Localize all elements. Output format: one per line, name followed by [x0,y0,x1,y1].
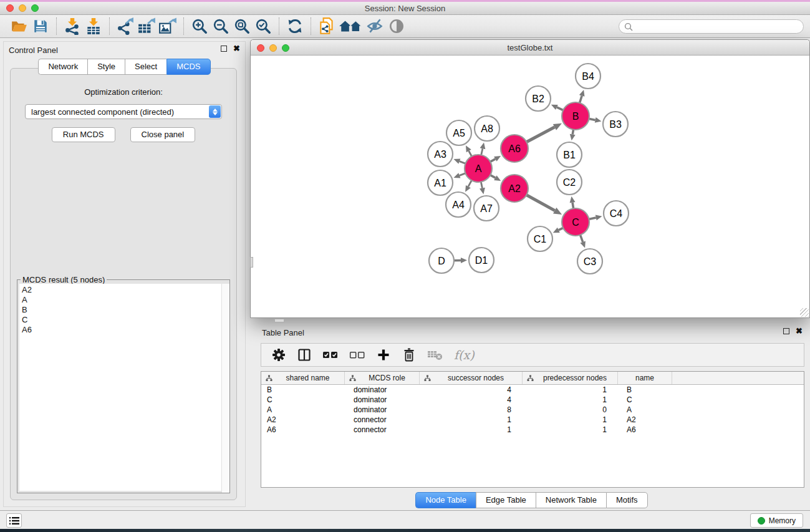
table-cell[interactable]: C [261,395,345,405]
table-row[interactable]: A6connector11A6 [261,425,804,435]
desktop-background [0,529,810,532]
network-graph[interactable]: B4B2BB3A5A8A6B1A3AC2A1A2A4A7CC4C1C3DD1 [251,56,809,317]
table-cell[interactable]: A6 [261,425,345,435]
show-panels-button[interactable] [6,513,22,528]
table-cell[interactable]: A2 [618,415,672,425]
close-panel-icon[interactable]: ✖ [233,45,240,52]
first-neighbors-button[interactable] [337,17,365,36]
add-column-button[interactable] [376,346,391,364]
table-cell[interactable]: 4 [420,385,523,395]
table-cell[interactable]: 1 [420,415,523,425]
column-header-predecessor-nodes[interactable]: predecessor nodes [523,372,618,384]
search-field[interactable] [619,19,804,34]
deselect-all-button[interactable] [349,346,365,364]
select-all-button[interactable] [322,346,339,364]
duplicate-network-button[interactable] [316,17,337,36]
node-label: B4 [582,71,594,82]
table-cell[interactable]: 1 [523,385,618,395]
close-panel-button[interactable]: Close panel [130,127,196,142]
delete-table-button[interactable] [427,346,443,364]
float-panel-icon[interactable] [221,46,227,52]
table-cell[interactable]: 4 [420,395,523,405]
resize-grip[interactable] [800,308,809,317]
table-cell[interactable]: connector [345,425,420,435]
search-input[interactable] [636,22,803,31]
table-row[interactable]: Adominator80A [261,405,804,415]
tab-select[interactable]: Select [125,59,166,75]
table-cell[interactable]: 0 [523,405,618,415]
tab-style[interactable]: Style [87,59,125,75]
table-cell[interactable]: 1 [523,395,618,405]
export-table-button[interactable] [136,17,157,36]
result-list-item[interactable]: C [22,315,225,325]
open-session-button[interactable] [9,17,30,36]
table-cell[interactable]: 1 [523,425,618,435]
zoom-out-button[interactable] [210,17,231,36]
mcds-result-list[interactable]: A2ABCA6 [19,284,228,491]
table-row[interactable]: Bdominator41B [261,385,804,395]
table-cell[interactable]: B [618,385,672,395]
table-panel-header: Table Panel ✖ [253,324,810,338]
tab-network-table[interactable]: Network Table [536,492,606,508]
table-cell[interactable]: A [618,405,672,415]
edge-arrowhead [454,158,461,163]
result-list-item[interactable]: A2 [22,285,225,295]
table-cell[interactable]: 1 [523,415,618,425]
gear-button[interactable] [271,346,286,364]
refresh-button[interactable] [284,17,306,36]
network-canvas[interactable]: B4B2BB3A5A8A6B1A3AC2A1A2A4A7CC4C1C3DD1 [251,56,809,317]
tab-edge-table[interactable]: Edge Table [476,492,536,508]
hide-selected-button[interactable] [365,17,386,36]
run-mcds-button[interactable]: Run MCDS [52,127,115,142]
import-table-button[interactable] [83,17,104,36]
table-cell[interactable]: A2 [261,415,345,425]
result-list-item[interactable]: A6 [22,325,225,335]
column-header-name[interactable]: name [618,372,672,384]
node-table[interactable]: shared nameMCDS rolesuccessor nodesprede… [261,371,804,488]
zoom-in-button[interactable] [189,17,210,36]
table-cell[interactable]: C [618,395,672,405]
table-row[interactable]: A2connector11A2 [261,415,804,425]
table-row[interactable]: Cdominator41C [261,395,804,405]
export-image-button[interactable] [157,17,178,36]
memory-button[interactable]: Memory [750,513,803,528]
zoom-selected-button[interactable] [253,17,274,36]
column-header-shared-name[interactable]: shared name [261,372,345,384]
export-network-button[interactable] [115,17,136,36]
tab-network[interactable]: Network [38,59,87,75]
table-cell[interactable]: dominator [345,385,420,395]
column-header-MCDS-role[interactable]: MCDS role [345,372,420,384]
table-cell[interactable]: connector [345,415,420,425]
main-toolbar [0,15,810,38]
column-header-successor-nodes[interactable]: successor nodes [420,372,523,384]
result-list-item[interactable]: A [22,295,225,305]
zoom-fit-button[interactable] [231,17,253,36]
table-cell[interactable]: 1 [420,425,523,435]
close-panel-icon[interactable]: ✖ [796,327,803,334]
result-list-item[interactable]: B [22,305,225,315]
splitter-handle[interactable] [250,257,253,268]
show-all-button[interactable] [386,17,407,36]
result-scrollbar[interactable] [221,284,229,493]
delete-column-button[interactable] [402,346,417,364]
application-window: Session: New Session [0,0,810,529]
table-cell[interactable]: 8 [420,405,523,415]
tab-motifs[interactable]: Motifs [606,492,648,508]
table-cell[interactable]: A6 [618,425,672,435]
splitter-handle[interactable] [274,319,284,322]
table-cell[interactable]: dominator [345,395,420,405]
network-window-titlebar[interactable]: testGlobe.txt [251,40,809,56]
export-image-icon [158,17,177,35]
table-cell[interactable]: dominator [345,405,420,415]
edge-arrowhead [480,142,486,149]
table-cell[interactable]: A [261,405,345,415]
tab-mcds[interactable]: MCDS [166,59,210,75]
tab-node-table[interactable]: Node Table [415,492,476,508]
import-network-button[interactable] [62,17,83,36]
table-cell[interactable]: B [261,385,345,395]
function-builder-button[interactable]: f(x) [454,346,475,364]
save-session-button[interactable] [30,17,51,36]
float-panel-icon[interactable] [783,328,789,334]
columns-button[interactable] [297,346,312,364]
criterion-dropdown[interactable]: largest connected component (directed) [25,104,222,119]
